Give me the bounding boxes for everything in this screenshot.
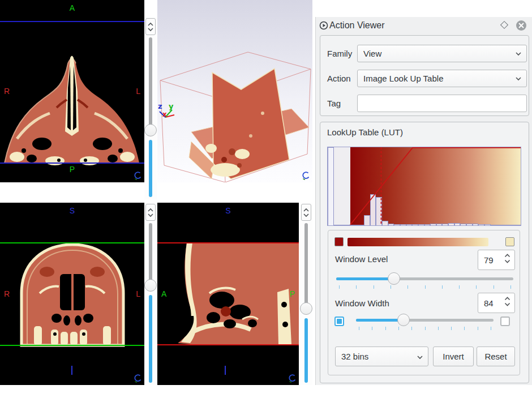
lut-group-title: LookUp Table (LUT): [327, 127, 403, 137]
coronal-slice-stepper[interactable]: [145, 204, 156, 221]
action-selection-group: Family View Action Image Look Up Table T…: [320, 35, 529, 116]
chevron-down-icon[interactable]: [147, 27, 154, 32]
chevron-down-icon: [417, 355, 423, 360]
window-width-value: 84: [484, 298, 494, 308]
slider-ticks: [359, 327, 491, 331]
coronal-slice-slider-column: [144, 203, 157, 385]
bins-combobox[interactable]: 32 bins: [335, 347, 428, 366]
action-value: Image Look Up Table: [363, 74, 443, 83]
volume-3d-viewport[interactable]: z y x: [157, 0, 312, 182]
lut-histogram[interactable]: [327, 147, 521, 226]
orientation-widget-icon[interactable]: [133, 172, 142, 181]
lut-link-checkbox[interactable]: [334, 317, 344, 326]
orientation-widget-icon[interactable]: [288, 374, 297, 383]
chevron-up-icon[interactable]: [303, 208, 310, 212]
action-viewer-panel: Action Viewer Family View Action Image L…: [315, 17, 532, 385]
slider-handle[interactable]: [300, 302, 312, 315]
family-label: Family: [327, 49, 352, 58]
window-level-spinbox[interactable]: 79: [478, 250, 515, 270]
coronal-slice-slider[interactable]: [144, 223, 157, 383]
chevron-down-icon: [515, 76, 522, 81]
sagittal-slice-slider[interactable]: [300, 223, 312, 383]
tag-input[interactable]: [357, 95, 527, 112]
orientation-label-posterior: P: [70, 165, 75, 173]
spin-up-icon[interactable]: [504, 254, 510, 258]
window-width-label: Window Width: [335, 298, 389, 308]
family-combobox[interactable]: View: [357, 45, 527, 62]
coronal-ct-image: [0, 203, 144, 385]
sagittal-ct-image: [157, 203, 299, 385]
axis-z-label: z: [158, 102, 162, 110]
axis-y-label: y: [169, 102, 174, 110]
reset-button[interactable]: Reset: [477, 347, 515, 366]
axial-viewport[interactable]: A P R L: [0, 0, 144, 182]
close-icon[interactable]: [516, 20, 526, 31]
orientation-widget-icon[interactable]: [301, 172, 310, 181]
orientation-label-posterior: P: [290, 290, 295, 298]
volume-3d-render: z y x: [157, 0, 312, 182]
coronal-viewport[interactable]: S R L: [0, 203, 144, 385]
window-width-slider[interactable]: [356, 314, 494, 326]
orientation-label-right: R: [4, 87, 10, 95]
axial-slice-slider[interactable]: [144, 37, 157, 197]
chevron-up-icon[interactable]: [147, 208, 154, 212]
chevron-down-icon[interactable]: [147, 213, 154, 217]
spin-down-icon[interactable]: [504, 302, 510, 306]
lut-min-color-swatch[interactable]: [334, 237, 344, 246]
lut-controls-frame: Window Level 79 Window Width 84: [328, 230, 520, 375]
orientation-label-anterior: A: [161, 290, 166, 298]
diamond-icon[interactable]: [500, 21, 508, 29]
transfer-function-overlay: [328, 147, 521, 225]
axis-x-label: x: [162, 110, 167, 118]
lut-gradient-bar[interactable]: [347, 238, 488, 246]
sagittal-slice-slider-column: [300, 203, 312, 385]
action-label: Action: [327, 74, 351, 83]
lut-group: LookUp Table (LUT) Window Level 79: [320, 122, 529, 383]
axial-ct-image: [0, 0, 144, 182]
orientation-label-superior: S: [225, 207, 230, 215]
slider-handle[interactable]: [388, 272, 400, 285]
panel-title-bar[interactable]: Action Viewer: [316, 17, 532, 34]
window-width-spinbox[interactable]: 84: [478, 293, 515, 313]
chevron-down-icon: [515, 52, 522, 56]
orientation-widget-icon[interactable]: [133, 374, 142, 383]
slider-handle[interactable]: [144, 279, 157, 292]
axial-slice-stepper[interactable]: [145, 18, 156, 35]
chevron-up-icon[interactable]: [147, 22, 154, 27]
slider-handle[interactable]: [397, 314, 410, 326]
sagittal-slice-stepper[interactable]: [301, 204, 311, 221]
axial-slice-slider-column: [144, 17, 157, 199]
window-level-label: Window Level: [335, 254, 388, 264]
slider-handle[interactable]: [144, 124, 157, 136]
panel-title: Action Viewer: [329, 20, 385, 31]
spin-up-icon[interactable]: [504, 297, 510, 301]
play-circle-icon: [319, 21, 328, 30]
action-combobox[interactable]: Image Look Up Table: [357, 70, 527, 87]
lut-max-color-swatch[interactable]: [505, 237, 514, 246]
invert-button[interactable]: Invert: [433, 347, 474, 366]
orientation-label-superior: S: [70, 207, 75, 215]
orientation-label-left: L: [136, 290, 140, 298]
window-level-slider[interactable]: [336, 272, 513, 285]
orientation-label-right: R: [4, 290, 10, 298]
bins-value: 32 bins: [341, 352, 368, 361]
family-value: View: [363, 49, 381, 58]
orientation-label-anterior: A: [70, 4, 75, 12]
lut-secondary-checkbox[interactable]: [500, 317, 510, 326]
window-level-value: 79: [484, 255, 494, 265]
spin-down-icon[interactable]: [504, 259, 510, 263]
sagittal-viewport[interactable]: S A P: [157, 203, 299, 385]
orientation-label-left: L: [136, 87, 140, 95]
slider-ticks: [339, 285, 510, 289]
chevron-down-icon[interactable]: [303, 213, 310, 217]
tag-label: Tag: [327, 99, 341, 108]
application-window: A P R L: [0, 0, 532, 402]
